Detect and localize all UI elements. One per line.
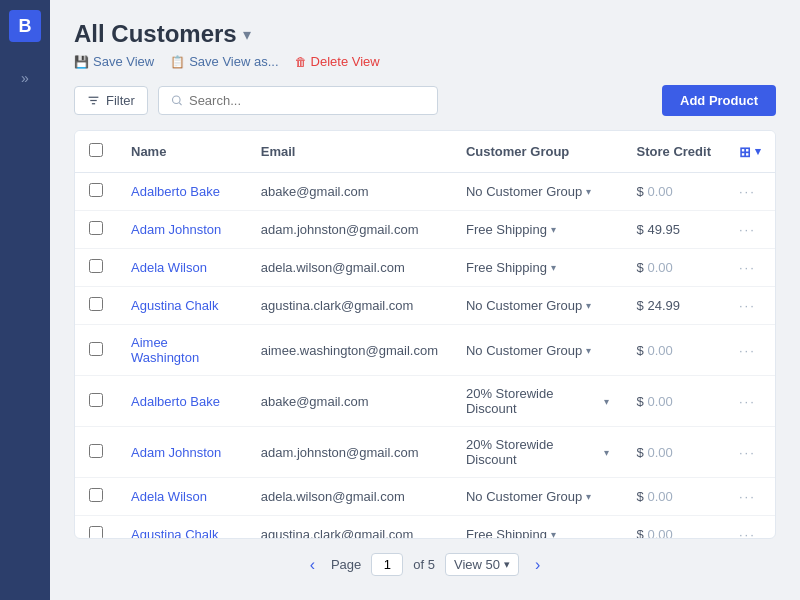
row-actions: ···: [725, 173, 775, 211]
row-actions-menu[interactable]: ···: [739, 298, 756, 313]
row-checkbox-6[interactable]: [89, 444, 103, 458]
page-input[interactable]: [371, 553, 403, 576]
add-product-button[interactable]: Add Product: [662, 85, 776, 116]
group-dropdown-arrow[interactable]: ▾: [586, 300, 591, 311]
pagination: ‹ Page of 5 View 50 ▾ ›: [74, 539, 776, 580]
customer-name-link[interactable]: Agustina Chalk: [131, 298, 218, 313]
table-row: Agustina Chalkagustina.clark@gmail.comNo…: [75, 287, 775, 325]
customer-name-link[interactable]: Adalberto Bake: [131, 394, 220, 409]
search-container: [158, 86, 438, 115]
prev-page-button[interactable]: ‹: [304, 554, 321, 576]
save-view-as-button[interactable]: 📋 Save View as...: [170, 54, 278, 69]
table-row: Adam Johnstonadam.johnston@gmail.com20% …: [75, 427, 775, 478]
svg-point-5: [172, 96, 180, 104]
row-checkbox-cell: [75, 478, 117, 516]
row-email: adam.johnston@gmail.com: [247, 211, 452, 249]
customer-name-link[interactable]: Adela Wilson: [131, 489, 207, 504]
row-actions-menu[interactable]: ···: [739, 445, 756, 460]
save-as-icon: 📋: [170, 55, 185, 69]
page-title-dropdown[interactable]: ▾: [243, 25, 251, 44]
customer-name-link[interactable]: Adam Johnston: [131, 222, 221, 237]
row-checkbox-1[interactable]: [89, 221, 103, 235]
table-body: Adalberto Bakeabake@gmail.comNo Customer…: [75, 173, 775, 540]
row-actions-menu[interactable]: ···: [739, 343, 756, 358]
row-name: Aimee Washington: [117, 325, 247, 376]
save-icon: 💾: [74, 55, 89, 69]
row-checkbox-cell: [75, 325, 117, 376]
customer-name-link[interactable]: Adela Wilson: [131, 260, 207, 275]
row-checkbox-8[interactable]: [89, 526, 103, 539]
table-row: Adam Johnstonadam.johnston@gmail.comFree…: [75, 211, 775, 249]
row-checkbox-4[interactable]: [89, 342, 103, 356]
view-select[interactable]: View 50 ▾: [445, 553, 519, 576]
page-label: Page: [331, 557, 361, 572]
row-store-credit: $ 0.00: [623, 478, 725, 516]
filter-button[interactable]: Filter: [74, 86, 148, 115]
row-actions-menu[interactable]: ···: [739, 394, 756, 409]
row-actions-menu[interactable]: ···: [739, 489, 756, 504]
row-actions-menu[interactable]: ···: [739, 222, 756, 237]
search-input[interactable]: [189, 93, 425, 108]
group-dropdown-arrow[interactable]: ▾: [586, 491, 591, 502]
group-dropdown-arrow[interactable]: ▾: [604, 396, 609, 407]
sidebar: B »: [0, 0, 50, 600]
row-checkbox-3[interactable]: [89, 297, 103, 311]
row-email: agustina.clark@gmail.com: [247, 287, 452, 325]
row-checkbox-cell: [75, 427, 117, 478]
columns-dropdown-arrow[interactable]: ▾: [755, 145, 761, 158]
row-checkbox-5[interactable]: [89, 393, 103, 407]
group-dropdown-arrow[interactable]: ▾: [551, 262, 556, 273]
columns-grid-icon[interactable]: ⊞: [739, 144, 751, 160]
group-dropdown-arrow[interactable]: ▾: [551, 224, 556, 235]
table-row: Aimee Washingtonaimee.washington@gmail.c…: [75, 325, 775, 376]
row-checkbox-cell: [75, 516, 117, 540]
row-store-credit: $ 0.00: [623, 249, 725, 287]
customer-name-link[interactable]: Aimee Washington: [131, 335, 199, 365]
group-dropdown-arrow[interactable]: ▾: [604, 447, 609, 458]
row-name: Agustina Chalk: [117, 516, 247, 540]
delete-view-button[interactable]: 🗑 Delete View: [295, 54, 380, 69]
row-checkbox-7[interactable]: [89, 488, 103, 502]
search-icon: [171, 94, 183, 107]
table-row: Adalberto Bakeabake@gmail.com20% Storewi…: [75, 376, 775, 427]
customers-table-container: Name Email Customer Group Store Credit ⊞…: [74, 130, 776, 539]
row-actions-menu[interactable]: ···: [739, 527, 756, 539]
table-row: Adela Wilsonadela.wilson@gmail.comNo Cus…: [75, 478, 775, 516]
sidebar-toggle[interactable]: »: [13, 62, 37, 94]
group-dropdown-arrow[interactable]: ▾: [586, 345, 591, 356]
row-actions-menu[interactable]: ···: [739, 260, 756, 275]
customer-name-link[interactable]: Adam Johnston: [131, 445, 221, 460]
row-actions: ···: [725, 249, 775, 287]
select-all-checkbox[interactable]: [89, 143, 103, 157]
row-checkbox-2[interactable]: [89, 259, 103, 273]
page-of-label: of 5: [413, 557, 435, 572]
header-email: Email: [247, 131, 452, 173]
customer-name-link[interactable]: Adalberto Bake: [131, 184, 220, 199]
next-page-button[interactable]: ›: [529, 554, 546, 576]
header-customer-group: Customer Group: [452, 131, 623, 173]
group-dropdown-arrow[interactable]: ▾: [586, 186, 591, 197]
row-actions: ···: [725, 478, 775, 516]
filter-row: Filter Add Product: [74, 85, 776, 116]
page-header: All Customers ▾: [74, 20, 776, 48]
row-customer-group: No Customer Group ▾: [452, 173, 623, 211]
header-name: Name: [117, 131, 247, 173]
save-view-button[interactable]: 💾 Save View: [74, 54, 154, 69]
row-customer-group: 20% Storewide Discount ▾: [452, 376, 623, 427]
group-dropdown-arrow[interactable]: ▾: [551, 529, 556, 539]
row-store-credit: $ 0.00: [623, 516, 725, 540]
row-actions: ···: [725, 427, 775, 478]
row-customer-group: Free Shipping ▾: [452, 249, 623, 287]
row-checkbox-cell: [75, 211, 117, 249]
page-title: All Customers: [74, 20, 237, 48]
row-email: agustina.clark@gmail.com: [247, 516, 452, 540]
header-checkbox-col: [75, 131, 117, 173]
row-checkbox-cell: [75, 173, 117, 211]
row-actions-menu[interactable]: ···: [739, 184, 756, 199]
customer-name-link[interactable]: Agustina Chalk: [131, 527, 218, 539]
row-checkbox-0[interactable]: [89, 183, 103, 197]
row-customer-group: No Customer Group ▾: [452, 478, 623, 516]
row-store-credit: $ 0.00: [623, 173, 725, 211]
row-email: adela.wilson@gmail.com: [247, 249, 452, 287]
row-actions: ···: [725, 287, 775, 325]
